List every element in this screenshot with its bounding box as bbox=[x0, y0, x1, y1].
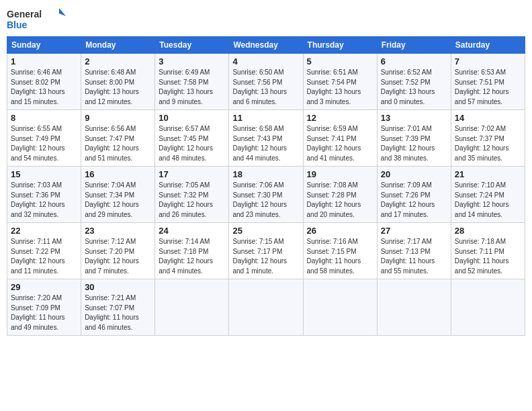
day-number: 10 bbox=[159, 113, 225, 123]
day-cell bbox=[229, 279, 303, 336]
day-info: Sunrise: 6:52 AMSunset: 7:52 PMDaylight:… bbox=[381, 68, 447, 107]
day-info: Sunrise: 7:03 AMSunset: 7:36 PMDaylight:… bbox=[11, 181, 77, 220]
column-header-thursday: Thursday bbox=[303, 37, 377, 54]
day-number: 3 bbox=[159, 56, 225, 66]
day-cell bbox=[303, 279, 377, 336]
day-number: 12 bbox=[307, 113, 373, 123]
day-info: Sunrise: 6:53 AMSunset: 7:51 PMDaylight:… bbox=[455, 68, 521, 107]
day-cell: 11 Sunrise: 6:58 AMSunset: 7:43 PMDaylig… bbox=[229, 110, 303, 167]
column-header-monday: Monday bbox=[81, 37, 155, 54]
day-info: Sunrise: 7:04 AMSunset: 7:34 PMDaylight:… bbox=[85, 181, 151, 220]
day-number: 6 bbox=[381, 56, 447, 66]
day-info: Sunrise: 7:21 AMSunset: 7:07 PMDaylight:… bbox=[85, 293, 151, 332]
column-header-wednesday: Wednesday bbox=[229, 37, 303, 54]
day-number: 11 bbox=[232, 113, 299, 123]
day-info: Sunrise: 6:55 AMSunset: 7:49 PMDaylight:… bbox=[11, 124, 77, 163]
day-number: 9 bbox=[85, 113, 151, 123]
day-number: 24 bbox=[159, 226, 225, 236]
day-cell bbox=[155, 279, 229, 336]
column-header-friday: Friday bbox=[377, 37, 451, 54]
day-cell: 8 Sunrise: 6:55 AMSunset: 7:49 PMDayligh… bbox=[7, 110, 81, 167]
svg-text:General: General bbox=[7, 9, 42, 19]
day-info: Sunrise: 6:58 AMSunset: 7:43 PMDaylight:… bbox=[232, 124, 299, 163]
day-number: 8 bbox=[11, 113, 77, 123]
day-number: 17 bbox=[159, 169, 225, 179]
day-number: 30 bbox=[85, 282, 151, 292]
day-info: Sunrise: 6:56 AMSunset: 7:47 PMDaylight:… bbox=[85, 124, 151, 163]
day-cell: 4 Sunrise: 6:50 AMSunset: 7:56 PMDayligh… bbox=[229, 54, 303, 110]
day-info: Sunrise: 6:50 AMSunset: 7:56 PMDaylight:… bbox=[232, 68, 299, 107]
day-number: 7 bbox=[455, 56, 521, 66]
day-info: Sunrise: 6:57 AMSunset: 7:45 PMDaylight:… bbox=[159, 124, 225, 163]
day-info: Sunrise: 7:15 AMSunset: 7:17 PMDaylight:… bbox=[232, 237, 299, 276]
day-cell: 25 Sunrise: 7:15 AMSunset: 7:17 PMDaylig… bbox=[229, 223, 303, 279]
week-row-1: 1 Sunrise: 6:46 AMSunset: 8:02 PMDayligh… bbox=[7, 54, 525, 110]
day-cell: 27 Sunrise: 7:17 AMSunset: 7:13 PMDaylig… bbox=[377, 223, 451, 279]
svg-text:Blue: Blue bbox=[7, 19, 28, 30]
day-info: Sunrise: 7:17 AMSunset: 7:13 PMDaylight:… bbox=[381, 237, 447, 276]
day-number: 20 bbox=[381, 169, 447, 179]
day-number: 22 bbox=[11, 226, 77, 236]
day-info: Sunrise: 7:10 AMSunset: 7:24 PMDaylight:… bbox=[455, 181, 521, 220]
day-cell: 19 Sunrise: 7:08 AMSunset: 7:28 PMDaylig… bbox=[303, 167, 377, 223]
day-cell: 5 Sunrise: 6:51 AMSunset: 7:54 PMDayligh… bbox=[303, 54, 377, 110]
day-cell: 30 Sunrise: 7:21 AMSunset: 7:07 PMDaylig… bbox=[81, 279, 155, 336]
day-info: Sunrise: 6:51 AMSunset: 7:54 PMDaylight:… bbox=[307, 68, 373, 107]
day-number: 26 bbox=[307, 226, 373, 236]
day-cell: 28 Sunrise: 7:18 AMSunset: 7:11 PMDaylig… bbox=[451, 223, 525, 279]
day-info: Sunrise: 6:49 AMSunset: 7:58 PMDaylight:… bbox=[159, 68, 225, 107]
day-info: Sunrise: 7:18 AMSunset: 7:11 PMDaylight:… bbox=[455, 237, 521, 276]
day-info: Sunrise: 7:05 AMSunset: 7:32 PMDaylight:… bbox=[159, 181, 225, 220]
day-info: Sunrise: 7:14 AMSunset: 7:18 PMDaylight:… bbox=[159, 237, 225, 276]
day-cell: 16 Sunrise: 7:04 AMSunset: 7:34 PMDaylig… bbox=[81, 167, 155, 223]
day-cell: 6 Sunrise: 6:52 AMSunset: 7:52 PMDayligh… bbox=[377, 54, 451, 110]
day-info: Sunrise: 7:02 AMSunset: 7:37 PMDaylight:… bbox=[455, 124, 521, 163]
column-header-sunday: Sunday bbox=[7, 37, 81, 54]
day-info: Sunrise: 7:11 AMSunset: 7:22 PMDaylight:… bbox=[11, 237, 77, 276]
day-cell: 14 Sunrise: 7:02 AMSunset: 7:37 PMDaylig… bbox=[451, 110, 525, 167]
day-number: 16 bbox=[85, 169, 151, 179]
day-number: 27 bbox=[381, 226, 447, 236]
day-cell: 12 Sunrise: 6:59 AMSunset: 7:41 PMDaylig… bbox=[303, 110, 377, 167]
day-cell: 20 Sunrise: 7:09 AMSunset: 7:26 PMDaylig… bbox=[377, 167, 451, 223]
day-cell: 26 Sunrise: 7:16 AMSunset: 7:15 PMDaylig… bbox=[303, 223, 377, 279]
day-number: 28 bbox=[455, 226, 521, 236]
day-number: 4 bbox=[232, 56, 299, 66]
day-cell: 1 Sunrise: 6:46 AMSunset: 8:02 PMDayligh… bbox=[7, 54, 81, 110]
day-number: 5 bbox=[307, 56, 373, 66]
column-header-saturday: Saturday bbox=[451, 37, 525, 54]
week-row-2: 8 Sunrise: 6:55 AMSunset: 7:49 PMDayligh… bbox=[7, 110, 525, 167]
day-cell: 13 Sunrise: 7:01 AMSunset: 7:39 PMDaylig… bbox=[377, 110, 451, 167]
day-number: 23 bbox=[85, 226, 151, 236]
logo: General Blue bbox=[7, 7, 67, 32]
day-cell: 10 Sunrise: 6:57 AMSunset: 7:45 PMDaylig… bbox=[155, 110, 229, 167]
svg-marker-2 bbox=[59, 8, 66, 16]
week-row-5: 29 Sunrise: 7:20 AMSunset: 7:09 PMDaylig… bbox=[7, 279, 525, 336]
week-row-4: 22 Sunrise: 7:11 AMSunset: 7:22 PMDaylig… bbox=[7, 223, 525, 279]
day-info: Sunrise: 7:08 AMSunset: 7:28 PMDaylight:… bbox=[307, 181, 373, 220]
day-info: Sunrise: 6:59 AMSunset: 7:41 PMDaylight:… bbox=[307, 124, 373, 163]
day-info: Sunrise: 7:06 AMSunset: 7:30 PMDaylight:… bbox=[232, 181, 299, 220]
day-cell: 9 Sunrise: 6:56 AMSunset: 7:47 PMDayligh… bbox=[81, 110, 155, 167]
day-cell: 7 Sunrise: 6:53 AMSunset: 7:51 PMDayligh… bbox=[451, 54, 525, 110]
day-info: Sunrise: 7:12 AMSunset: 7:20 PMDaylight:… bbox=[85, 237, 151, 276]
day-number: 1 bbox=[11, 56, 77, 66]
day-info: Sunrise: 6:48 AMSunset: 8:00 PMDaylight:… bbox=[85, 68, 151, 107]
day-cell: 17 Sunrise: 7:05 AMSunset: 7:32 PMDaylig… bbox=[155, 167, 229, 223]
day-number: 14 bbox=[455, 113, 521, 123]
day-cell: 29 Sunrise: 7:20 AMSunset: 7:09 PMDaylig… bbox=[7, 279, 81, 336]
day-number: 21 bbox=[455, 169, 521, 179]
day-cell bbox=[377, 279, 451, 336]
logo-svg: General Blue bbox=[7, 7, 67, 32]
day-number: 18 bbox=[232, 169, 299, 179]
day-info: Sunrise: 7:09 AMSunset: 7:26 PMDaylight:… bbox=[381, 181, 447, 220]
calendar-table: SundayMondayTuesdayWednesdayThursdayFrid… bbox=[7, 36, 525, 336]
day-cell: 23 Sunrise: 7:12 AMSunset: 7:20 PMDaylig… bbox=[81, 223, 155, 279]
day-info: Sunrise: 7:16 AMSunset: 7:15 PMDaylight:… bbox=[307, 237, 373, 276]
day-cell: 18 Sunrise: 7:06 AMSunset: 7:30 PMDaylig… bbox=[229, 167, 303, 223]
column-header-tuesday: Tuesday bbox=[155, 37, 229, 54]
day-cell: 3 Sunrise: 6:49 AMSunset: 7:58 PMDayligh… bbox=[155, 54, 229, 110]
day-cell: 24 Sunrise: 7:14 AMSunset: 7:18 PMDaylig… bbox=[155, 223, 229, 279]
header-row: SundayMondayTuesdayWednesdayThursdayFrid… bbox=[7, 37, 525, 54]
day-info: Sunrise: 6:46 AMSunset: 8:02 PMDaylight:… bbox=[11, 68, 77, 107]
